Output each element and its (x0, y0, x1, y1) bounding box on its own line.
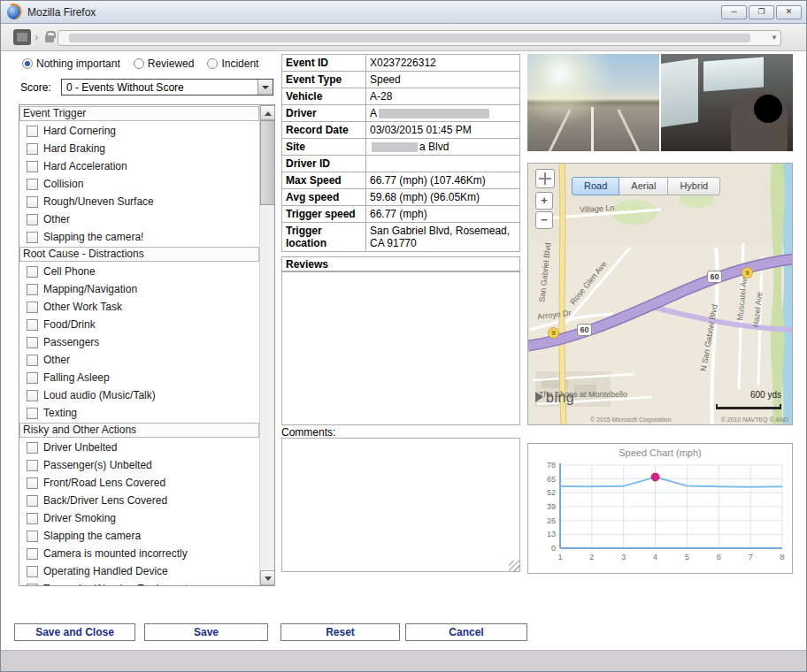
window-titlebar[interactable]: Mozilla Firefox ─ ❐ ✕ (1, 1, 806, 24)
checklist-item-label: Back/Driver Lens Covered (43, 494, 167, 507)
driver-camera-image (661, 54, 793, 151)
speed-chart: Speed Chart (mph) 013263952657812345678 (527, 443, 793, 574)
minimize-button[interactable]: ─ (721, 5, 747, 19)
save-and-close-button[interactable]: Save and Close (14, 623, 135, 641)
score-dropdown[interactable]: 0 - Events Without Score (61, 79, 273, 95)
svg-text:4: 4 (653, 553, 657, 561)
checkbox[interactable] (27, 126, 38, 137)
checkbox[interactable] (27, 584, 38, 586)
checkbox[interactable] (27, 337, 38, 348)
detail-value: 66.77 (mph) (107.46Km) (366, 172, 519, 188)
checkbox[interactable] (27, 232, 38, 243)
checkbox[interactable] (27, 390, 38, 401)
map-type-hybrid[interactable]: Hybrid (667, 177, 720, 195)
checkbox[interactable] (27, 513, 38, 524)
cancel-button[interactable]: Cancel (405, 623, 527, 641)
checklist-item[interactable]: Operating Handled Device (19, 562, 259, 580)
checklist-item[interactable]: Mapping/Navigation (19, 280, 259, 298)
map-zoom-in-button[interactable]: + (535, 192, 553, 210)
page-icon[interactable] (13, 29, 31, 45)
chart-title: Speed Chart (mph) (528, 447, 792, 458)
radio-circle-icon[interactable] (22, 58, 33, 69)
save-button[interactable]: Save (144, 623, 268, 641)
bing-map[interactable]: Village Ln San Gabriel Blvd Rose Glen Av… (527, 163, 793, 425)
checklist-item[interactable]: Tampering/Abusing Equipment (19, 580, 259, 585)
url-bar[interactable]: ▼ (58, 30, 781, 46)
scroll-down-arrow[interactable] (260, 570, 275, 585)
svg-text:5: 5 (685, 553, 689, 561)
radio-option[interactable]: Incident (207, 57, 258, 70)
checkbox[interactable] (27, 196, 38, 208)
checkbox[interactable] (27, 302, 38, 313)
reset-button[interactable]: Reset (281, 623, 400, 641)
checklist-item[interactable]: Hard Cornering (19, 122, 259, 140)
dropdown-arrow-icon[interactable] (257, 80, 273, 95)
checklist-item[interactable]: Hard Braking (19, 140, 259, 157)
radio-option[interactable]: Reviewed (134, 57, 195, 70)
checkbox[interactable] (27, 495, 38, 507)
checklist-item[interactable]: Camera is mounted incorrectly (19, 545, 259, 562)
map-type-aerial[interactable]: Aerial (619, 177, 668, 195)
comments-input[interactable] (281, 438, 520, 572)
checkbox[interactable] (27, 442, 38, 454)
checkbox[interactable] (27, 214, 38, 225)
checklist-item[interactable]: Cell Phone (19, 263, 259, 280)
checklist-item[interactable]: Back/Driver Lens Covered (19, 492, 259, 509)
resize-grip[interactable] (509, 561, 519, 571)
radio-circle-icon[interactable] (207, 58, 218, 69)
checkbox[interactable] (27, 179, 38, 190)
detail-row: Event TypeSpeed (281, 71, 520, 88)
checklist-item[interactable]: Food/Drink (19, 316, 259, 333)
road-camera-image (527, 54, 659, 151)
reviews-box (281, 271, 520, 425)
svg-text:39: 39 (547, 502, 556, 511)
checkbox[interactable] (27, 548, 38, 560)
checklist-item[interactable]: Front/Road Lens Covered (19, 474, 259, 492)
maximize-button[interactable]: ❐ (749, 5, 774, 19)
map-pan-control[interactable] (535, 169, 555, 188)
checklist-item[interactable]: Other (19, 351, 259, 369)
detail-value: A (366, 105, 519, 121)
checklist-item[interactable]: Driver Unbelted (19, 439, 259, 456)
radio-circle-icon[interactable] (134, 58, 144, 69)
checkbox[interactable] (27, 319, 38, 331)
checklist-item[interactable]: Collision (19, 175, 259, 193)
close-button[interactable]: ✕ (776, 5, 802, 19)
checklist-item[interactable]: Slapping the camera (19, 527, 259, 545)
map-scale-bar (716, 404, 781, 409)
checklist-item[interactable]: Slapping the camera! (19, 228, 259, 246)
checkbox[interactable] (27, 566, 38, 577)
checklist-item[interactable]: Texting (19, 404, 259, 422)
checkbox[interactable] (27, 355, 38, 366)
checklist-item[interactable]: Driver Smoking (19, 509, 259, 527)
url-dropdown-arrow[interactable]: ▼ (771, 34, 778, 42)
map-zoom-out-button[interactable]: − (535, 211, 553, 229)
svg-text:26: 26 (547, 516, 556, 525)
checkbox[interactable] (27, 266, 38, 278)
checklist-item[interactable]: Passenger(s) Unbelted (19, 456, 259, 474)
checklist-item[interactable]: Other (19, 210, 259, 228)
detail-value: 03/03/2015 01:45 PM (366, 122, 519, 138)
checkbox[interactable] (27, 284, 38, 295)
detail-label: Event Type (282, 72, 366, 88)
map-type-road[interactable]: Road (572, 177, 619, 195)
radio-option[interactable]: Nothing important (22, 57, 120, 70)
checklist-item-label: Rough/Uneven Surface (43, 195, 154, 208)
checklist-scrollbar[interactable] (259, 105, 274, 585)
checkbox[interactable] (27, 161, 38, 172)
checklist-item[interactable]: Hard Acceleration (19, 157, 259, 175)
checkbox[interactable] (27, 372, 38, 384)
checkbox[interactable] (27, 460, 38, 471)
checklist-item[interactable]: Falling Asleep (19, 369, 259, 386)
detail-row: VehicleA-28 (281, 88, 520, 105)
scroll-up-arrow[interactable] (260, 105, 275, 120)
checklist-item[interactable]: Loud audio (Music/Talk) (19, 386, 259, 404)
checklist-item[interactable]: Rough/Uneven Surface (19, 193, 259, 210)
checklist-item[interactable]: Other Work Task (19, 298, 259, 316)
checkbox[interactable] (27, 531, 38, 542)
checklist-item[interactable]: Passengers (19, 333, 259, 351)
scrollbar-thumb[interactable] (260, 120, 275, 205)
checkbox[interactable] (27, 408, 38, 419)
checkbox[interactable] (27, 143, 38, 155)
checkbox[interactable] (27, 477, 38, 489)
